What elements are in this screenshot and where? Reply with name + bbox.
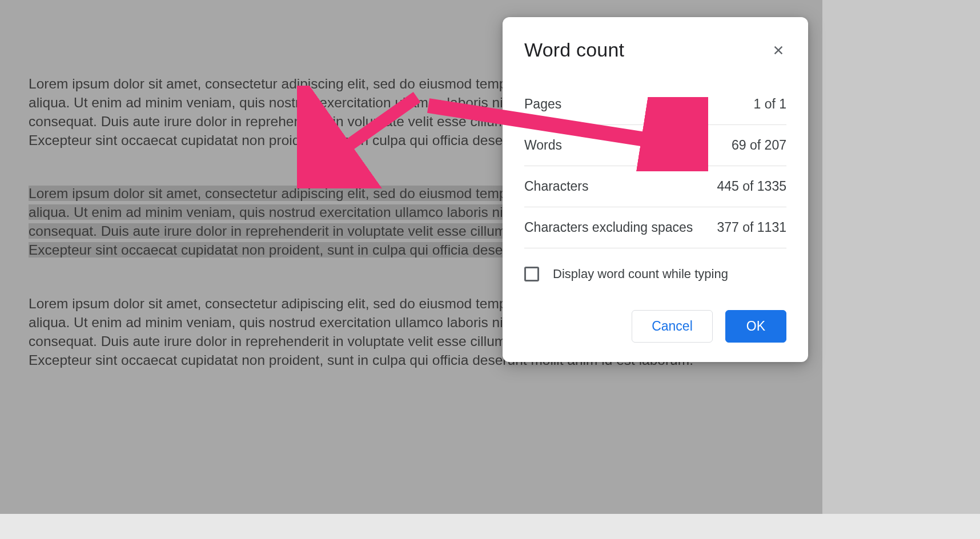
cancel-button[interactable]: Cancel xyxy=(632,310,713,343)
display-while-typing-checkbox[interactable] xyxy=(524,267,539,281)
right-gutter xyxy=(822,0,980,514)
characters-no-spaces-label: Characters excluding spaces xyxy=(524,220,693,235)
close-icon xyxy=(772,44,785,57)
pages-label: Pages xyxy=(524,96,561,112)
stat-words: Words 69 of 207 xyxy=(524,125,786,166)
ok-button[interactable]: OK xyxy=(725,310,786,343)
characters-no-spaces-value: 377 of 1131 xyxy=(717,220,786,235)
words-value: 69 of 207 xyxy=(732,138,786,153)
display-while-typing-row: Display word count while typing xyxy=(524,248,786,310)
display-while-typing-label: Display word count while typing xyxy=(553,267,728,281)
dialog-header: Word count xyxy=(524,39,786,61)
pages-value: 1 of 1 xyxy=(753,96,786,112)
characters-value: 445 of 1335 xyxy=(717,179,786,194)
characters-label: Characters xyxy=(524,179,588,194)
stat-pages: Pages 1 of 1 xyxy=(524,84,786,125)
words-label: Words xyxy=(524,138,562,153)
stat-characters-no-spaces: Characters excluding spaces 377 of 1131 xyxy=(524,207,786,248)
stat-characters: Characters 445 of 1335 xyxy=(524,166,786,207)
dialog-actions: Cancel OK xyxy=(524,310,786,343)
close-button[interactable] xyxy=(770,42,786,58)
word-count-dialog: Word count Pages 1 of 1 Words 69 of 207 … xyxy=(503,17,808,362)
dialog-title: Word count xyxy=(524,39,624,61)
bottom-gutter xyxy=(0,514,980,539)
